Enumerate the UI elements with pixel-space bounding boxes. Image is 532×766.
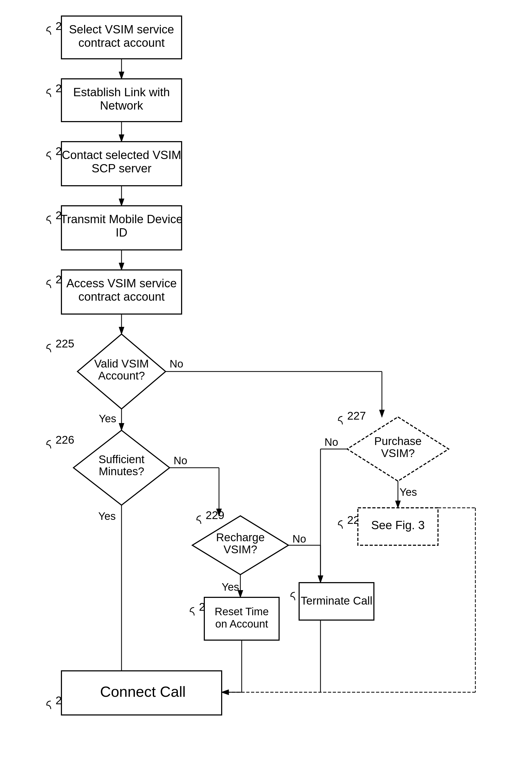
label-225-no: No [170,358,183,370]
svg-text:See Fig. 3: See Fig. 3 [371,518,425,531]
label-229-no: No [292,533,306,545]
svg-text:contract account: contract account [79,36,165,49]
ref-226: 226 [56,433,74,446]
svg-text:Network: Network [100,99,143,112]
label-227-yes: Yes [400,486,417,498]
svg-text:Minutes?: Minutes? [99,465,144,478]
label-225-yes: Yes [99,413,116,424]
svg-text:contract account: contract account [79,290,165,303]
svg-text:SCP server: SCP server [92,162,151,175]
svg-text:Purchase: Purchase [374,435,421,447]
ref-229: 229 [206,509,224,521]
svg-text:Connect Call: Connect Call [100,683,186,700]
svg-text:on Account: on Account [215,618,268,630]
svg-text:Access VSIM service: Access VSIM service [66,277,177,290]
svg-text:Contact selected VSIM: Contact selected VSIM [62,148,181,161]
svg-text:Sufficient: Sufficient [99,453,144,466]
svg-text:VSIM?: VSIM? [381,447,415,459]
label-226-yes: Yes [98,510,116,522]
label-226-no: No [174,455,187,466]
svg-text:Valid VSIM: Valid VSIM [94,357,149,370]
label-229-yes: Yes [222,581,239,593]
svg-text:Transmit Mobile Device: Transmit Mobile Device [60,213,183,226]
flowchart-diagram: 220 Select VSIM service contract account… [0,0,532,766]
svg-text:Account?: Account? [98,369,145,382]
svg-text:VSIM?: VSIM? [224,543,257,556]
ref-225: 225 [56,337,74,350]
svg-text:Recharge: Recharge [216,531,265,543]
svg-text:Select VSIM service: Select VSIM service [69,23,174,36]
label-227-no: No [324,436,338,448]
ref-227: 227 [347,409,366,422]
svg-text:Establish Link with: Establish Link with [73,85,170,99]
svg-text:ID: ID [116,226,127,239]
svg-text:Terminate Call: Terminate Call [301,595,372,607]
svg-text:Reset Time: Reset Time [215,606,269,618]
